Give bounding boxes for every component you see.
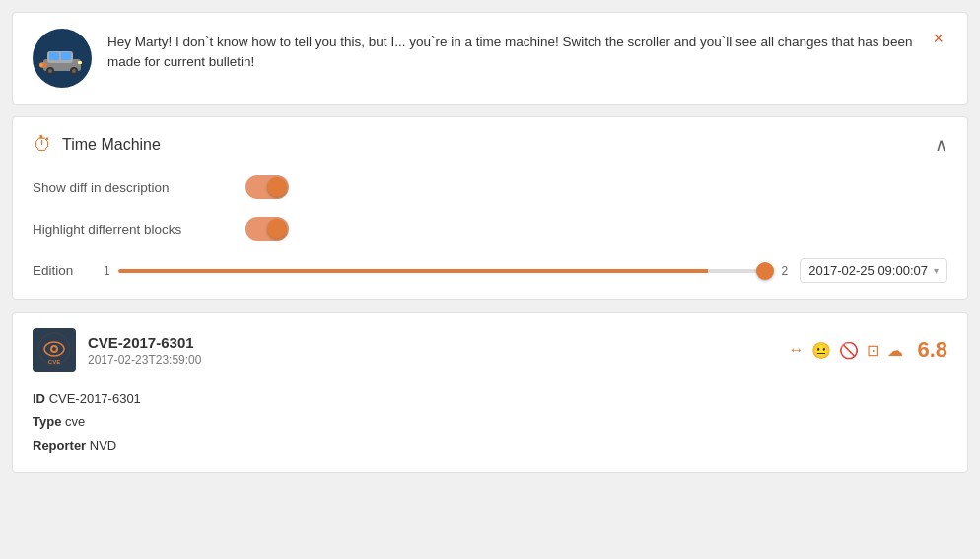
cve-id: CVE-2017-6301: [88, 334, 201, 351]
edition-slider-container: 1 2: [104, 264, 788, 278]
network-icon: ↔: [788, 341, 804, 359]
show-diff-label: Show diff in description: [33, 180, 230, 195]
time-machine-header: ⏱ Time Machine ∧: [33, 133, 947, 156]
cve-title-block: CVE-2017-6301 2017-02-23T23:59:00: [88, 334, 201, 367]
cve-detail-reporter-label: Reporter: [33, 438, 86, 453]
cve-logo: CVE: [33, 328, 76, 372]
delorean-icon: [35, 32, 89, 85]
svg-point-10: [39, 63, 43, 67]
time-machine-card: ⏱ Time Machine ∧ Show diff in descriptio…: [12, 116, 968, 300]
face-icon: 😐: [811, 341, 831, 360]
show-diff-row: Show diff in description: [33, 175, 947, 199]
collapse-chevron-icon[interactable]: ∧: [935, 134, 947, 156]
slider-min-label: 1: [104, 264, 110, 278]
date-chevron-down-icon: ▾: [934, 265, 939, 276]
cve-detail-type-val: cve: [65, 414, 85, 429]
edition-label: Edition: [33, 263, 92, 278]
time-machine-title-group: ⏱ Time Machine: [33, 133, 161, 156]
highlight-slider: [245, 217, 289, 241]
notification-avatar: [33, 29, 92, 88]
notification-card: Hey Marty! I don`t know how to tell you …: [12, 12, 968, 105]
svg-point-15: [52, 347, 56, 351]
cve-detail-type-label: Type: [33, 414, 61, 429]
show-diff-toggle[interactable]: [245, 175, 289, 199]
edition-row: Edition 1 2 2017-02-25 09:00:07 ▾: [33, 258, 947, 283]
cve-header: CVE CVE-2017-6301 2017-02-23T23:59:00 ↔ …: [33, 328, 947, 372]
highlight-row: Highlight differrent blocks: [33, 217, 947, 241]
cve-logo-content: CVE: [36, 331, 72, 369]
svg-point-6: [48, 69, 52, 73]
cve-details: ID CVE-2017-6301 Type cve Reporter NVD: [33, 387, 947, 456]
cve-detail-reporter-row: Reporter NVD: [33, 434, 947, 456]
cve-detail-id-val: CVE-2017-6301: [49, 391, 141, 406]
cve-detail-id-row: ID CVE-2017-6301: [33, 387, 947, 410]
svg-rect-3: [49, 52, 59, 60]
highlight-toggle[interactable]: [245, 217, 289, 241]
cve-detail-type-row: Type cve: [33, 410, 947, 433]
cve-right: ↔ 😐 🚫 ⊡ ☁ 6.8: [788, 337, 947, 363]
cve-left: CVE CVE-2017-6301 2017-02-23T23:59:00: [33, 328, 201, 372]
time-machine-title: Time Machine: [62, 136, 161, 154]
cve-date: 2017-02-23T23:59:00: [88, 353, 201, 367]
svg-rect-4: [61, 52, 71, 60]
edition-date-select[interactable]: 2017-02-25 09:00:07 ▾: [800, 258, 947, 283]
cve-card: CVE CVE-2017-6301 2017-02-23T23:59:00 ↔ …: [12, 312, 968, 473]
svg-rect-11: [78, 61, 82, 64]
cve-logo-cve-text: CVE: [36, 331, 72, 369]
notification-message: Hey Marty! I don`t know how to tell you …: [107, 29, 913, 73]
notification-close-button[interactable]: ×: [929, 29, 947, 49]
cve-detail-reporter-val: NVD: [90, 438, 116, 453]
svg-text:CVE: CVE: [48, 359, 60, 365]
clock-icon: ⏱: [33, 133, 52, 156]
resize-icon: ⊡: [867, 341, 879, 360]
highlight-label: Highlight differrent blocks: [33, 222, 230, 237]
edition-date-value: 2017-02-25 09:00:07: [808, 263, 928, 278]
cve-icons: ↔ 😐 🚫 ⊡ ☁: [788, 341, 903, 360]
edition-slider[interactable]: [118, 269, 774, 273]
show-diff-slider: [245, 175, 289, 199]
block-icon: 🚫: [839, 341, 859, 360]
cve-detail-id-label: ID: [33, 391, 45, 406]
cve-logo-svg: CVE: [36, 331, 72, 367]
slider-max-label: 2: [782, 264, 789, 278]
svg-point-8: [72, 69, 76, 73]
cloud-icon: ☁: [887, 341, 903, 360]
cve-score: 6.8: [917, 337, 947, 363]
